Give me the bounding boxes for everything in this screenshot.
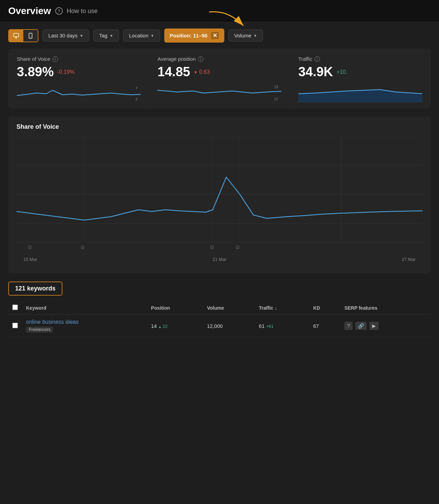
row-checkbox[interactable] bbox=[12, 323, 18, 328]
position-filter-close[interactable]: ✕ bbox=[211, 32, 219, 39]
chart-x-labels: 15 Mar 21 Mar 27 Mar bbox=[16, 257, 423, 262]
sov-chart-section: Share of Voice ⚙ ⚙ ⚙ ⚙ 15 Mar 21 Mar 2 bbox=[8, 116, 431, 273]
keywords-count-badge: 121 keywords bbox=[8, 282, 62, 296]
date-range-btn[interactable]: Last 30 days ▼ bbox=[43, 30, 89, 42]
svg-rect-1 bbox=[14, 33, 19, 37]
col-header-traffic[interactable]: Traffic ↓ bbox=[255, 301, 309, 315]
location-btn[interactable]: Location ▼ bbox=[123, 30, 160, 42]
svg-text:2: 2 bbox=[135, 97, 138, 101]
svg-text:7: 7 bbox=[135, 86, 138, 90]
serp-question-btn[interactable]: ? bbox=[344, 322, 353, 330]
svg-text:13: 13 bbox=[274, 85, 278, 89]
x-label-21mar: 21 Mar bbox=[213, 257, 226, 262]
svg-point-3 bbox=[30, 37, 31, 37]
metric-label-sov: Share of Voice i bbox=[17, 56, 141, 62]
svg-text:17: 17 bbox=[274, 97, 278, 101]
sparkline-avgpos: 13 17 bbox=[157, 83, 281, 102]
sov-chart-title: Share of Voice bbox=[16, 123, 423, 130]
device-toggle bbox=[8, 29, 38, 42]
metric-card-sov: Share of Voice i 3.89% -0.19% 7 2 bbox=[9, 49, 149, 108]
header: Overview ? How to use bbox=[0, 0, 439, 22]
col-header-kd[interactable]: KD bbox=[309, 301, 340, 315]
select-all-checkbox[interactable] bbox=[12, 305, 18, 310]
tag-btn[interactable]: Tag ▼ bbox=[93, 30, 119, 42]
traffic-change: +61 bbox=[266, 324, 274, 329]
metric-value-avgpos: 14.85 ▼ 0.63 bbox=[157, 65, 281, 79]
col-header-position[interactable]: Position bbox=[147, 301, 203, 315]
sov-main-chart: ⚙ ⚙ ⚙ ⚙ 15 Mar 21 Mar 27 Mar bbox=[16, 136, 423, 266]
col-header-keyword: Keyword bbox=[22, 301, 147, 315]
svg-text:⚙: ⚙ bbox=[80, 244, 85, 250]
toolbar: Last 30 days ▼ Tag ▼ Location ▼ Position… bbox=[0, 22, 439, 49]
chevron-down-icon: ▼ bbox=[80, 34, 83, 38]
keyword-link[interactable]: online business ideas bbox=[26, 319, 79, 325]
svg-marker-8 bbox=[298, 90, 422, 102]
metric-label-traffic: Traffic i bbox=[298, 56, 422, 62]
metrics-row: Share of Voice i 3.89% -0.19% 7 2 Averag… bbox=[8, 49, 431, 108]
metric-change-avgpos: ▼ 0.63 bbox=[193, 69, 210, 75]
how-to-use-link[interactable]: How to use bbox=[67, 8, 98, 15]
info-icon-traffic[interactable]: i bbox=[315, 56, 320, 62]
chevron-down-icon: ▼ bbox=[253, 34, 257, 38]
table-row: online business ideas Freelancers 14 22 … bbox=[8, 315, 431, 337]
svg-text:⚙: ⚙ bbox=[210, 244, 214, 250]
info-icon-avgpos[interactable]: i bbox=[198, 56, 203, 62]
volume-cell: 12,000 bbox=[203, 315, 254, 337]
col-header-volume[interactable]: Volume bbox=[203, 301, 254, 315]
info-icon[interactable]: i bbox=[52, 56, 58, 62]
metric-label-avgpos: Average position i bbox=[157, 56, 281, 62]
metric-card-avgpos: Average position i 14.85 ▼ 0.63 13 17 bbox=[149, 49, 290, 108]
position-filter: Position: 11–50 ✕ bbox=[164, 28, 224, 43]
desktop-device-btn[interactable] bbox=[9, 30, 23, 42]
position-cell: 14 22 bbox=[147, 315, 203, 337]
keyword-tag: Freelancers bbox=[26, 327, 53, 333]
keyword-cell: online business ideas Freelancers bbox=[22, 315, 147, 337]
sparkline-traffic bbox=[298, 83, 422, 102]
x-label-15mar: 15 Mar bbox=[23, 257, 37, 262]
kd-cell: 67 bbox=[309, 315, 340, 337]
position-change: 22 bbox=[158, 324, 167, 329]
sparkline-sov: 7 2 bbox=[17, 83, 141, 102]
keywords-section: 121 keywords Keyword Position Volume Tra… bbox=[8, 282, 431, 337]
serp-features-cell: ? 🔗 ▶ bbox=[340, 315, 431, 337]
col-header-serp: SERP features bbox=[340, 301, 431, 315]
mobile-device-btn[interactable] bbox=[23, 30, 38, 42]
volume-btn[interactable]: Volume ▼ bbox=[228, 30, 263, 42]
svg-text:⚙: ⚙ bbox=[28, 244, 33, 250]
desktop-icon bbox=[13, 33, 19, 39]
serp-play-btn[interactable]: ▶ bbox=[369, 322, 379, 330]
chevron-down-icon: ▼ bbox=[151, 34, 154, 38]
metric-change-traffic: +10. bbox=[336, 69, 347, 75]
x-label-27mar: 27 Mar bbox=[402, 257, 416, 262]
metric-card-traffic: Traffic i 34.9K +10. bbox=[290, 49, 430, 108]
metric-value-traffic: 34.9K +10. bbox=[298, 65, 422, 79]
serp-link-btn[interactable]: 🔗 bbox=[355, 322, 367, 330]
traffic-cell: 61 +61 bbox=[255, 315, 309, 337]
keywords-table: Keyword Position Volume Traffic ↓ KD SER… bbox=[8, 301, 431, 337]
page-title: Overview bbox=[8, 5, 51, 16]
mobile-icon bbox=[27, 33, 34, 39]
metric-value-sov: 3.89% -0.19% bbox=[17, 65, 141, 79]
help-icon[interactable]: ? bbox=[55, 7, 63, 15]
metric-change-sov: -0.19% bbox=[57, 69, 75, 75]
svg-text:⚙: ⚙ bbox=[235, 244, 240, 250]
chevron-down-icon: ▼ bbox=[109, 34, 113, 38]
